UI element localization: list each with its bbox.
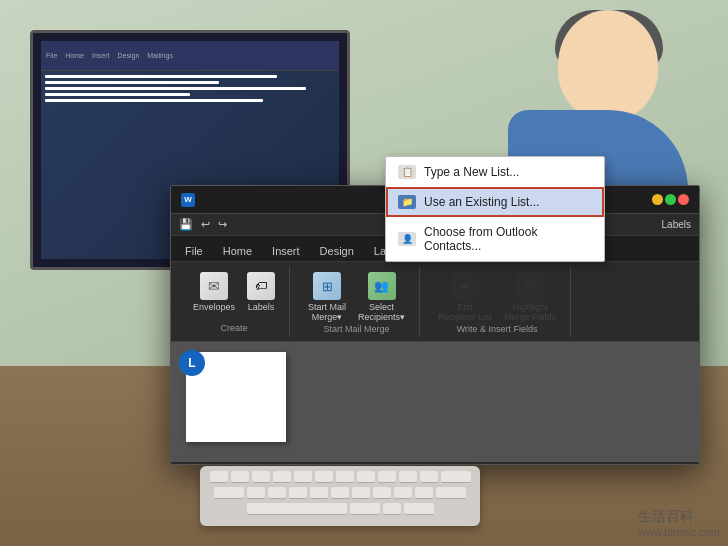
bg-ribbon-tab: Mailings [147,52,173,59]
keyboard-row-2 [205,487,475,499]
watermark-site: www.bimeiz.com [638,526,720,538]
outlook-label: Choose from Outlook Contacts... [424,225,592,253]
ribbon-content: ✉ Envelopes 🏷 Labels Create ⊞ [171,262,699,342]
envelope-symbol: ✉ [208,278,220,294]
key [415,487,433,499]
tab-design[interactable]: Design [310,241,364,261]
bg-ribbon-tab: Insert [92,52,110,59]
maximize-button[interactable] [665,194,676,205]
existing-list-icon: 📁 [398,195,416,209]
edit-recipient-list-button[interactable]: ✏ EditRecipient List [434,270,496,324]
start-mail-merge-button[interactable]: ⊞ Start MailMerge▾ [304,270,350,324]
edit-symbol: ✏ [461,280,470,293]
label-symbol: 🏷 [255,279,267,293]
highlight-merge-fields-button[interactable]: ⬛ HighlightMerge Fields [500,270,560,324]
merge-group-label: Start Mail Merge [324,324,390,334]
tab-file[interactable]: File [175,241,213,261]
save-icon[interactable]: 💾 [179,218,193,231]
highlight-label: HighlightMerge Fields [504,302,556,322]
edit-group-label: Write & Insert Fields [457,324,538,334]
keyboard-row-1 [205,471,475,483]
bg-ribbon-tab: Design [117,52,139,59]
dropdown-item-outlook[interactable]: 👤 Choose from Outlook Contacts... [386,217,604,261]
person-head [558,10,658,120]
highlight-symbol: ⬛ [523,280,537,293]
tab-home[interactable]: Home [213,241,262,261]
outlook-icon: 👤 [398,232,416,246]
edit-buttons: ✏ EditRecipient List ⬛ HighlightMerge Fi… [434,270,560,324]
document-title: Labels [662,219,691,230]
watermark-chinese: 生活百科 [638,508,694,524]
key [231,471,249,483]
merge-buttons: ⊞ Start MailMerge▾ 👥 SelectRecipients▾ [304,270,409,324]
undo-icon[interactable]: ↩ [201,218,210,231]
key [210,471,228,483]
bg-ribbon-tab: Home [65,52,84,59]
bg-ribbon-tab: File [46,52,57,59]
ribbon-group-edit: ✏ EditRecipient List ⬛ HighlightMerge Fi… [424,266,571,337]
keyboard-row-3 [205,503,475,515]
dropdown-item-existing-list[interactable]: 📁 Use an Existing List... [386,187,604,217]
merge-icon: ⊞ [313,272,341,300]
key [331,487,349,499]
redo-icon[interactable]: ↪ [218,218,227,231]
key-shift-right [404,503,434,515]
watermark: 生活百科 www.bimeiz.com [638,508,720,538]
key [352,487,370,499]
key [315,471,333,483]
envelope-icon: ✉ [200,272,228,300]
edit-icon: ✏ [451,272,479,300]
key [247,487,265,499]
minimize-button[interactable] [652,194,663,205]
key-backspace [441,471,471,483]
key [310,487,328,499]
key [383,503,401,515]
key [373,487,391,499]
outlook-symbol: 👤 [402,234,413,244]
bg-ribbon: File Home Insert Design Mailings [41,41,339,71]
ribbon-group-merge: ⊞ Start MailMerge▾ 👥 SelectRecipients▾ S… [294,266,420,337]
new-list-label: Type a New List... [424,165,519,179]
key [399,471,417,483]
new-list-symbol: 📋 [402,167,413,177]
highlight-icon: ⬛ [516,272,544,300]
envelopes-label: Envelopes [193,302,235,312]
tab-insert[interactable]: Insert [262,241,310,261]
existing-list-symbol: 📁 [402,197,413,207]
ribbon-group-create: ✉ Envelopes 🏷 Labels Create [179,266,290,337]
create-group-label: Create [221,323,248,333]
keyboard [200,466,480,526]
select-recipients-button[interactable]: 👥 SelectRecipients▾ [354,270,409,324]
key [268,487,286,499]
key [357,471,375,483]
edit-recipient-label: EditRecipient List [438,302,492,322]
key [273,471,291,483]
new-list-icon: 📋 [398,165,416,179]
select-recipients-label: SelectRecipients▾ [358,302,405,322]
key-tab [214,487,244,499]
key-shift [350,503,380,515]
labels-icon: 🏷 [247,272,275,300]
key [289,487,307,499]
window-controls[interactable] [652,194,689,205]
key [252,471,270,483]
recipients-icon: 👥 [368,272,396,300]
dropdown-menu: 📋 Type a New List... 📁 Use an Existing L… [385,156,605,262]
labels-button[interactable]: 🏷 Labels [243,270,279,314]
envelopes-button[interactable]: ✉ Envelopes [189,270,239,314]
bg-content [41,71,339,109]
key [294,471,312,483]
key [420,471,438,483]
create-buttons: ✉ Envelopes 🏷 Labels [189,270,279,314]
recipients-symbol: 👥 [374,279,389,293]
close-button[interactable] [678,194,689,205]
key [336,471,354,483]
dropdown-item-new-list[interactable]: 📋 Type a New List... [386,157,604,187]
word-icon: W [181,193,195,207]
key-space [247,503,347,515]
key [378,471,396,483]
document-area: L [171,342,699,462]
merge-symbol: ⊞ [322,279,333,294]
key [394,487,412,499]
labels-label: Labels [248,302,275,312]
